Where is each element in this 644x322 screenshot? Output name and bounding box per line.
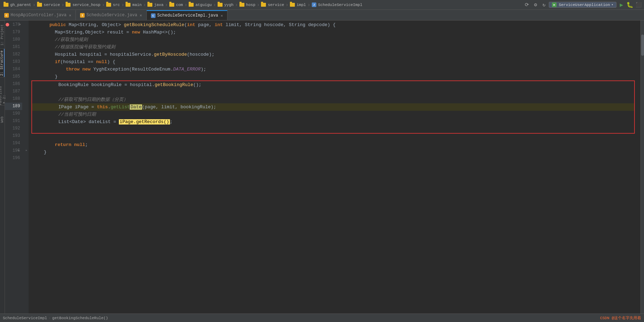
code-editor: 178 ▾ 179 180 181 182 183 184 185 186 18…: [5, 20, 644, 314]
fold-192: [24, 124, 29, 132]
fold-arrow-178[interactable]: ▾: [19, 21, 21, 29]
run-btn[interactable]: ▶: [618, 1, 625, 8]
status-breadcrumb: ScheduleServiceImpl › getBookingSchedule…: [3, 316, 108, 320]
tab-close-scheduleServiceImpl[interactable]: ✕: [221, 13, 223, 18]
recent-files-btn[interactable]: ⟳: [523, 1, 530, 8]
code-line-185: }: [29, 73, 640, 80]
line-number-182: 182: [5, 51, 22, 58]
tab-icon-hospApiController: C: [4, 13, 9, 18]
code-line-178: public Map<String, Object> getBookingSch…: [29, 21, 640, 29]
panel-favorites[interactable]: ★ 2: Favorites: [0, 77, 5, 105]
breadcrumb-main[interactable]: main: [132, 3, 141, 7]
fold-187: [24, 87, 29, 95]
code-line-196: [29, 156, 640, 163]
line-number-190: 190: [5, 110, 22, 117]
fold-182: [24, 50, 29, 57]
code-line-190: //当前可预约日期: [32, 111, 634, 118]
tab-label-scheduleServiceImpl: ScheduleServiceImpl.java: [157, 13, 218, 18]
statusbar-right: CSDN @这个名字先用着: [600, 315, 641, 321]
folder-icon: [4, 3, 8, 7]
line-number-187: 187: [5, 88, 22, 95]
tab-close-scheduleService[interactable]: ✕: [140, 13, 142, 18]
folder-icon-service2: [261, 3, 266, 7]
coverage-btn[interactable]: ⬛: [635, 1, 642, 8]
code-content[interactable]: public Map<String, Object> getBookingSch…: [29, 20, 640, 314]
breadcrumb-scheduleserviceimpl[interactable]: ScheduleServiceImpl: [318, 3, 362, 7]
statusbar: ScheduleServiceImpl › getBookingSchedule…: [0, 314, 644, 322]
tab-label-scheduleService: ScheduleService.java: [86, 13, 137, 18]
breadcrumb-gh-parent[interactable]: gh_parent: [10, 3, 31, 7]
code-line-183: if(hospital == null) {: [29, 58, 640, 66]
tab-close-hospApiController[interactable]: ✕: [69, 13, 71, 18]
line-number-184: 184: [5, 66, 22, 73]
panel-web[interactable]: Web: [0, 105, 5, 133]
sync-btn[interactable]: ↻: [540, 1, 547, 8]
fold-193: [24, 132, 29, 139]
code-line-180: //获取预约规则: [29, 36, 640, 43]
line-number-195: 195 ▸: [5, 147, 22, 154]
breadcrumb-impl[interactable]: impl: [297, 3, 306, 7]
fold-195[interactable]: ▸: [24, 146, 29, 154]
code-line-195: }: [29, 148, 640, 156]
folder-icon-impl: [290, 3, 295, 7]
scrollbar-thumb[interactable]: [641, 35, 644, 56]
folder-icon-service: [37, 3, 42, 7]
fold-189: [24, 102, 29, 109]
breadcrumb-service[interactable]: service: [44, 3, 60, 7]
code-line-192: [32, 126, 634, 133]
fold-181: [24, 43, 29, 50]
code-line-194: return null;: [29, 141, 640, 148]
breadcrumb-com[interactable]: com: [176, 3, 183, 7]
breadcrumb-java[interactable]: java: [154, 3, 163, 7]
tab-icon-scheduleServiceImpl: C: [151, 13, 156, 18]
tab-label-hospApiController: HospApiController.java: [11, 13, 66, 18]
code-line-188: //获取可预约日期的数据（分页）: [32, 96, 634, 103]
tab-scheduleService[interactable]: I ScheduleService.java ✕: [76, 10, 147, 20]
settings-btn[interactable]: ⚙: [532, 1, 539, 8]
run-config-label: ServiceUserApplication: [559, 3, 610, 7]
breadcrumb-src[interactable]: src: [113, 3, 120, 7]
breadcrumb-service2[interactable]: service: [268, 3, 284, 7]
code-line-189: IPage iPage = this.getListDate(page, lim…: [32, 103, 634, 111]
status-class[interactable]: ScheduleServiceImpl: [3, 316, 47, 320]
run-config-icon: ▶: [552, 2, 557, 7]
breakpoint-178[interactable]: [6, 23, 9, 26]
code-line-179: Map<String,Object> result = new HashMap<…: [29, 29, 640, 36]
line-number-194: 194: [5, 140, 22, 147]
code-line-187: [32, 89, 634, 96]
breadcrumb-service-hosp[interactable]: service_hosp: [72, 3, 100, 7]
folder-icon-src: [106, 3, 111, 7]
breadcrumb-atguigu[interactable]: atguigu: [195, 3, 212, 7]
code-line-186: BookingRule bookingRule = hospital.getBo…: [32, 81, 634, 89]
fold-gutter: ▸: [24, 20, 29, 314]
java-icon-scheduleserviceimpl: J: [312, 2, 316, 7]
panel-structure[interactable]: 2: Structure: [0, 49, 5, 77]
folder-icon-main: [126, 3, 130, 7]
line-number-188: 188: [5, 95, 22, 103]
line-number-179: 179: [5, 29, 22, 36]
highlighted-code-box: BookingRule bookingRule = hospital.getBo…: [31, 80, 635, 134]
run-config-selector[interactable]: ▶ ServiceUserApplication: [549, 2, 616, 8]
fold-180: [24, 35, 29, 43]
fold-194: [24, 139, 29, 146]
tab-scheduleServiceImpl[interactable]: C ScheduleServiceImpl.java ✕: [147, 10, 227, 20]
left-side-panel: 1: Project 2: Structure ★ 2: Favorites W…: [0, 20, 5, 314]
fold-183: [24, 57, 29, 65]
breadcrumb-hosp[interactable]: hosp: [246, 3, 255, 7]
line-number-192: 192: [5, 125, 22, 132]
folder-icon-yygh: [218, 3, 223, 7]
debug-btn[interactable]: 🐛: [626, 1, 633, 8]
vertical-scrollbar[interactable]: [640, 20, 644, 314]
fold-arrow-195[interactable]: ▸: [18, 147, 19, 154]
panel-project[interactable]: 1: Project: [0, 20, 5, 49]
code-line-181: //根据医院编号获取预约规则: [29, 43, 640, 51]
breadcrumb-yygh[interactable]: yygh: [224, 3, 233, 7]
folder-icon-atguigu: [189, 3, 194, 7]
fold-178[interactable]: [24, 20, 29, 28]
line-number-189: 189: [5, 103, 22, 110]
main-area: 1: Project 2: Structure ★ 2: Favorites W…: [0, 20, 644, 314]
toolbar: gh_parent › service › service_hosp › src…: [0, 0, 644, 10]
line-number-180: 180: [5, 36, 22, 43]
status-method[interactable]: getBookingScheduleRule(): [52, 316, 108, 320]
tab-hospApiController[interactable]: C HospApiController.java ✕: [0, 10, 76, 20]
